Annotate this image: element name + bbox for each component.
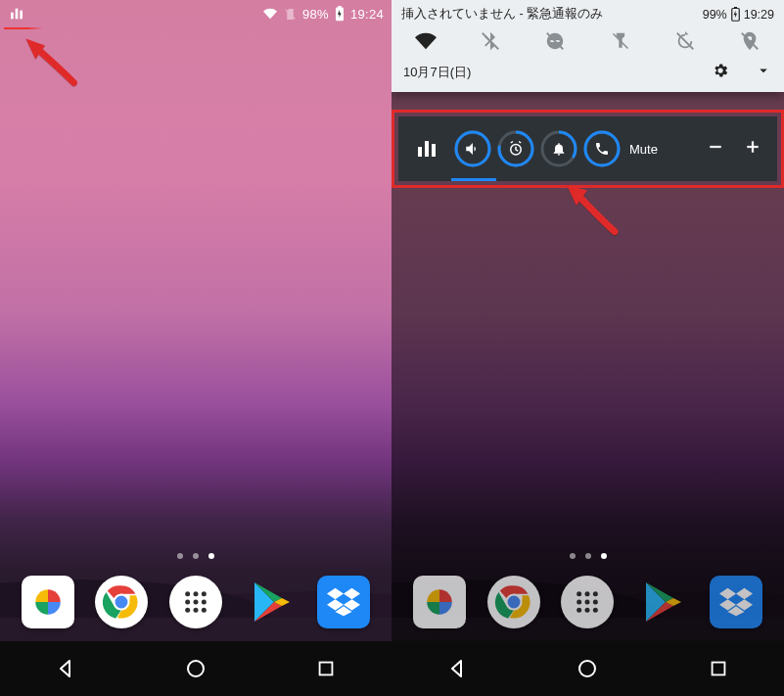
svg-point-58 (585, 591, 590, 596)
status-bar: 98% 19:24 (0, 0, 392, 27)
navigation-bar (0, 641, 392, 696)
page-dot[interactable] (570, 553, 576, 559)
nav-recents-button[interactable] (695, 645, 742, 692)
svg-marker-66 (719, 588, 736, 599)
svg-rect-49 (711, 146, 721, 148)
qs-bluetooth-off-icon[interactable] (470, 30, 511, 52)
sim-status-text: 挿入されていません - 緊急通報のみ (401, 6, 603, 23)
svg-marker-34 (685, 31, 689, 35)
svg-rect-39 (432, 144, 436, 157)
svg-point-18 (193, 608, 198, 613)
volume-panel: Mute (398, 116, 777, 181)
nav-recents-button[interactable] (302, 645, 349, 692)
svg-point-15 (193, 600, 198, 605)
battery-charging-icon (335, 6, 345, 22)
volume-increase-button[interactable] (736, 138, 769, 160)
nav-home-button[interactable] (564, 645, 611, 692)
svg-rect-37 (418, 147, 422, 157)
svg-marker-67 (736, 588, 753, 599)
annotation-arrow-right (560, 178, 628, 247)
svg-rect-1 (16, 9, 19, 20)
qs-dnd-off-icon[interactable] (534, 30, 576, 52)
svg-rect-5 (338, 6, 341, 8)
svg-point-65 (593, 608, 598, 613)
svg-marker-21 (344, 588, 360, 599)
svg-rect-51 (752, 142, 754, 153)
svg-rect-38 (425, 141, 429, 157)
date-text: 10月7日(日) (403, 64, 471, 81)
svg-point-11 (185, 591, 190, 596)
qs-location-off-icon[interactable] (729, 30, 770, 52)
svg-point-63 (577, 608, 582, 613)
svg-point-16 (202, 600, 207, 605)
clock-text: 19:29 (744, 8, 774, 22)
page-indicator (392, 553, 784, 559)
volume-ring-media[interactable] (453, 129, 492, 168)
expand-chevron-down-icon[interactable] (755, 62, 772, 82)
battery-percent: 99% (703, 8, 727, 22)
svg-point-59 (593, 591, 598, 596)
nav-home-button[interactable] (172, 645, 219, 692)
wifi-icon (262, 7, 278, 21)
nav-back-button[interactable] (42, 645, 89, 692)
volume-panel-highlight-box: Mute (392, 110, 784, 188)
notification-app-icon (8, 6, 25, 22)
volume-decrease-button[interactable] (699, 138, 732, 160)
svg-point-12 (193, 591, 198, 596)
quick-settings-row (392, 26, 784, 60)
volume-mute-label[interactable]: Mute (629, 142, 658, 157)
svg-rect-72 (713, 663, 725, 675)
svg-point-60 (577, 600, 582, 605)
svg-point-48 (585, 132, 619, 165)
app-chrome[interactable] (487, 576, 540, 628)
volume-ring-notification[interactable] (539, 129, 578, 168)
app-chrome[interactable] (95, 576, 148, 628)
svg-rect-26 (320, 663, 333, 675)
annotation-arrow-left (18, 33, 86, 102)
svg-point-14 (185, 600, 190, 605)
qs-rotation-lock-icon[interactable] (665, 30, 706, 52)
app-play-store[interactable] (635, 576, 688, 628)
shade-header: 挿入されていません - 緊急通報のみ 99% 19:29 (392, 0, 784, 26)
svg-point-17 (185, 608, 190, 613)
left-phone: 98% 19:24 (0, 0, 392, 696)
svg-point-19 (202, 608, 207, 613)
selected-volume-underline (451, 178, 496, 181)
right-phone: 挿入されていません - 緊急通報のみ 99% 19:29 (392, 0, 784, 696)
svg-point-41 (456, 132, 489, 165)
no-sim-icon (284, 7, 297, 22)
svg-point-61 (585, 600, 590, 605)
battery-charging-icon (731, 7, 740, 22)
app-play-store[interactable] (244, 576, 297, 628)
svg-point-13 (202, 591, 207, 596)
app-dropbox[interactable] (317, 576, 370, 628)
app-drawer-button[interactable] (169, 576, 222, 628)
app-photos[interactable] (413, 576, 466, 628)
dock (392, 563, 784, 641)
settings-gear-icon[interactable] (712, 62, 729, 82)
app-dropbox[interactable] (710, 576, 762, 628)
page-dot[interactable] (601, 553, 607, 559)
svg-point-62 (593, 600, 598, 605)
volume-ring-alarm[interactable] (496, 129, 535, 168)
svg-point-64 (585, 608, 590, 613)
page-dot[interactable] (193, 553, 199, 559)
app-drawer-button[interactable] (561, 576, 614, 628)
volume-ring-call[interactable] (582, 129, 622, 168)
clock-text: 19:24 (350, 7, 384, 22)
svg-marker-20 (327, 588, 344, 599)
volume-app-bars-icon[interactable] (406, 127, 449, 170)
page-dot[interactable] (177, 553, 183, 559)
svg-rect-28 (734, 7, 737, 9)
nav-back-button[interactable] (434, 645, 481, 692)
dock (0, 563, 392, 641)
svg-rect-2 (20, 11, 23, 20)
notification-shade: 挿入されていません - 緊急通報のみ 99% 19:29 (392, 0, 784, 92)
qs-flashlight-off-icon[interactable] (600, 30, 641, 52)
app-photos[interactable] (22, 576, 74, 628)
qs-wifi-icon[interactable] (405, 30, 446, 52)
page-indicator (0, 553, 392, 559)
page-dot[interactable] (208, 553, 214, 559)
notification-underline (4, 27, 43, 29)
page-dot[interactable] (585, 553, 591, 559)
